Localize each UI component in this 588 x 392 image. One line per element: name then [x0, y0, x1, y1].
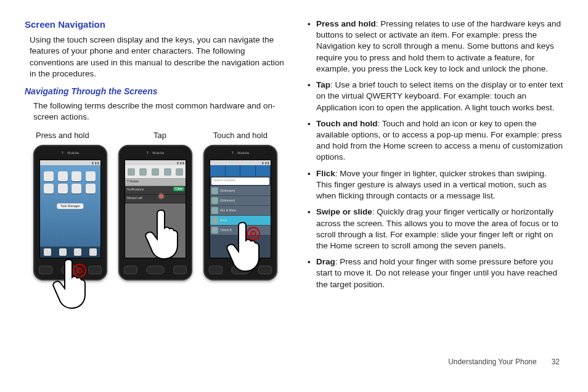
contact-name: 411 & More [220, 208, 236, 213]
notification-row: NotificationsClear [125, 186, 186, 195]
toggle-icon [139, 168, 147, 176]
notification-row: Missed call [125, 195, 186, 203]
page-number: 32 [539, 357, 560, 367]
label-touch-hold: Touch and hold [200, 130, 284, 141]
subsection-heading: Navigating Through the Screens [25, 86, 284, 97]
dock-icon [44, 248, 51, 256]
contact-row: (Unknown) [210, 186, 271, 196]
app-icon [58, 171, 68, 181]
term: Tap [316, 80, 330, 89]
toggle-icon [152, 168, 159, 176]
hw-menu-key [209, 266, 223, 274]
definitions-list: Press and hold: Pressing relates to use … [304, 18, 563, 290]
toggle-icon [128, 168, 135, 176]
avatar-icon [211, 207, 218, 214]
app-icon [58, 184, 68, 194]
status-bar: ▮ ▮ ▮ [40, 160, 100, 165]
definition-item: Drag: Press and hold your finger with so… [306, 256, 563, 290]
hw-menu-key [124, 266, 137, 274]
page-footer: Understanding Your Phone 32 [25, 357, 563, 367]
app-icon [71, 171, 81, 181]
contact-name: (Unknown) [220, 189, 235, 193]
app-icon [44, 184, 54, 194]
hw-back-key [173, 266, 187, 274]
app-icon [44, 171, 54, 181]
search-field: Search contacts [211, 178, 269, 185]
definition-item: Flick: Move your finger in lighter, quic… [306, 168, 563, 202]
dock-icon [89, 248, 97, 256]
phone-figure-row: T · Mobile ▮ ▮ ▮ Task Manager T · Mobile… [33, 145, 284, 311]
footer-section-name: Understanding Your Phone [448, 357, 536, 366]
contact-row: (Unknown) [210, 196, 271, 206]
figure-labels: Press and hold Tap Touch and hold [33, 130, 284, 141]
tab [256, 165, 271, 176]
contact-name: (Unknown) [220, 198, 235, 203]
notif-section-label: Notifications [127, 187, 144, 191]
definition-item: Tap: Use a brief touch to select items o… [306, 80, 563, 113]
avatar-icon [211, 197, 218, 204]
definition-text: : Use a brief touch to select items on t… [316, 80, 563, 112]
label-press-hold: Press and hold [33, 130, 116, 141]
toggle-icon [164, 168, 171, 176]
avatar-icon [211, 217, 218, 224]
avatar-icon [211, 227, 218, 234]
notification-header: T-Mobile [125, 179, 186, 186]
carrier-label: T · Mobile [146, 150, 164, 155]
hand-icon [52, 256, 89, 311]
term: Flick [316, 169, 335, 178]
subsection-intro: The following terms describe the most co… [33, 100, 284, 123]
hw-home-key [146, 266, 165, 274]
toggle-icon [176, 168, 183, 176]
label-tap: Tap [116, 130, 200, 141]
clear-button: Clear [173, 187, 184, 191]
tab [226, 165, 241, 176]
hand-icon [144, 206, 181, 262]
hand-icon [226, 219, 263, 274]
task-manager-badge: Task Manager [57, 203, 83, 209]
carrier-label: T · Mobile [61, 150, 79, 155]
contact-row: 411 & More [210, 206, 271, 216]
term: Touch and hold [316, 119, 377, 128]
status-bar: ▮ ▮ ▮ [125, 160, 186, 165]
app-icon [71, 184, 81, 194]
term: Drag [316, 257, 335, 266]
term: Press and hold [316, 19, 376, 28]
carrier-label: T · Mobile [231, 150, 249, 155]
dock-icon [74, 248, 81, 256]
tap-burst-icon: ✴ [157, 190, 165, 203]
app-icon [86, 171, 96, 181]
definition-item: Swipe or slide: Quickly drag your finger… [306, 206, 563, 251]
status-bar: ▮ ▮ ▮ [210, 160, 271, 165]
section-heading: Screen Navigation [25, 18, 284, 31]
definition-item: Press and hold: Pressing relates to use … [306, 18, 563, 75]
dock-icon [59, 248, 67, 256]
definition-text: : Press and hold your finger with some p… [316, 257, 557, 288]
intro-paragraph: Using the touch screen display and the k… [30, 35, 284, 80]
hw-menu-key [39, 266, 52, 274]
avatar-icon [211, 187, 218, 194]
tab [240, 165, 256, 176]
hw-back-key [88, 266, 102, 274]
app-icon [86, 184, 96, 194]
definition-text: : Move your finger in lighter, quicker s… [316, 169, 547, 200]
term: Swipe or slide [316, 207, 372, 216]
definition-item: Touch and hold: Touch and hold an icon o… [306, 118, 563, 163]
tab [210, 165, 226, 176]
